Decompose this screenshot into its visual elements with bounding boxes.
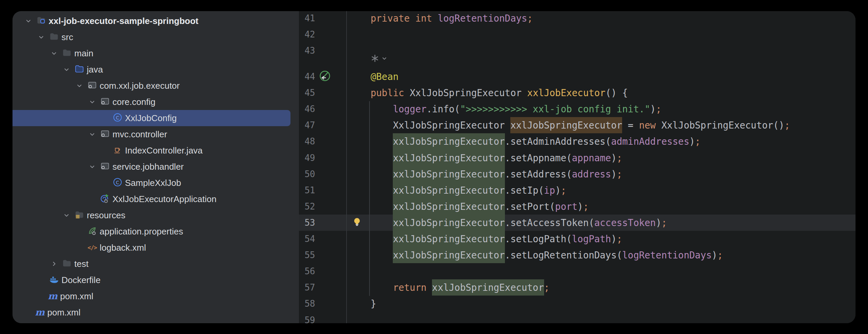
code-line-52[interactable]: xxlJobSpringExecutor.setPort(port); bbox=[348, 198, 589, 215]
line-number-59[interactable]: 59 bbox=[299, 312, 315, 323]
tree-row-java[interactable]: java bbox=[12, 61, 299, 78]
tree-row-pom-xml[interactable]: mpom.xml bbox=[12, 304, 299, 321]
chevron-down-icon[interactable] bbox=[89, 131, 96, 138]
maven-icon: m bbox=[48, 291, 58, 301]
line-number-53[interactable]: 53 bbox=[299, 215, 315, 231]
tree-row-core-config[interactable]: core.config bbox=[12, 94, 299, 110]
chevron-right-icon[interactable] bbox=[51, 260, 57, 267]
spring-bean-gutter-slot[interactable] bbox=[319, 71, 331, 83]
code-line-51[interactable]: xxlJobSpringExecutor.setIp(ip); bbox=[348, 182, 566, 198]
tree-row-label: com.xxl.job.executor bbox=[100, 78, 180, 94]
chevron-down-icon[interactable] bbox=[76, 82, 83, 89]
tree-row-label: SampleXxlJob bbox=[125, 175, 181, 191]
code-line-58[interactable]: } bbox=[348, 296, 376, 312]
line-number-52[interactable]: 52 bbox=[299, 198, 315, 215]
maven-icon-slot: m bbox=[35, 307, 45, 317]
tree-row-mvc-controller[interactable]: mvc.controller bbox=[12, 126, 299, 142]
tree-row-xxljobexecutorapplication[interactable]: XxlJobExecutorApplication bbox=[12, 191, 299, 207]
tree-row-application-properties[interactable]: application.properties bbox=[12, 223, 299, 240]
code-line-47[interactable]: XxlJobSpringExecutor xxlJobSpringExecuto… bbox=[348, 117, 790, 133]
code-line-50[interactable]: xxlJobSpringExecutor.setAddress(address)… bbox=[348, 166, 622, 182]
line-number-55[interactable]: 55 bbox=[299, 247, 315, 263]
code-editor[interactable]: 41 private int logRetentionDays;424344 @… bbox=[299, 11, 856, 323]
code-token: .setLogRetentionDays( bbox=[505, 250, 622, 260]
tree-row-src[interactable]: src bbox=[12, 29, 299, 45]
ai-assistant-inlay-icon bbox=[371, 54, 379, 64]
code-line-53[interactable]: xxlJobSpringExecutor.setAccessToken(acce… bbox=[348, 215, 667, 231]
line-number-50[interactable]: 50 bbox=[299, 166, 315, 182]
tree-row-logback-xml[interactable]: </>logback.xml bbox=[12, 240, 299, 256]
line-number-43[interactable]: 43 bbox=[299, 43, 315, 59]
code-token: @Bean bbox=[371, 71, 399, 82]
code-line-49[interactable]: xxlJobSpringExecutor.setAppname(appname)… bbox=[348, 150, 622, 166]
spring-leaf-icon-slot bbox=[87, 226, 97, 236]
tree-row-xxljobconfig[interactable]: CXxlJobConfig bbox=[12, 110, 299, 126]
lightbulb-gutter-slot[interactable] bbox=[352, 218, 362, 228]
tree-row-pom-xml[interactable]: mpom.xml bbox=[12, 288, 299, 304]
tree-row-indexcontroller-java[interactable]: IndexController.java bbox=[12, 142, 299, 159]
tree-row-label: service.jobhandler bbox=[112, 159, 184, 175]
line-number-47[interactable]: 47 bbox=[299, 117, 315, 133]
maven-icon: m bbox=[35, 307, 45, 317]
tree-row-resources[interactable]: resources bbox=[12, 207, 299, 223]
code-token: .info( bbox=[427, 104, 460, 114]
code-token: xxlJobSpringExecutor bbox=[393, 185, 505, 196]
line-number-54[interactable]: 54 bbox=[299, 231, 315, 247]
tree-row-samplexxljob[interactable]: CSampleXxlJob bbox=[12, 175, 299, 191]
project-folder-icon-slot bbox=[36, 16, 46, 26]
folder-icon-slot bbox=[49, 32, 59, 42]
line-number-42[interactable]: 42 bbox=[299, 26, 315, 43]
code-token: private bbox=[371, 13, 410, 24]
line-number-41[interactable]: 41 bbox=[299, 11, 315, 26]
chevron-down-icon[interactable] bbox=[25, 18, 32, 24]
line-number-45[interactable]: 45 bbox=[299, 85, 315, 101]
line-number-58[interactable]: 58 bbox=[299, 296, 315, 312]
code-token: int bbox=[415, 13, 432, 24]
line-number-44[interactable]: 44 bbox=[299, 68, 315, 85]
code-line-41[interactable]: private int logRetentionDays; bbox=[348, 11, 533, 26]
code-line-45[interactable]: public XxlJobSpringExecutor xxlJobExecut… bbox=[348, 85, 628, 101]
chevron-down-icon[interactable] bbox=[89, 163, 96, 170]
line-number-49[interactable]: 49 bbox=[299, 150, 315, 166]
code-line-48[interactable]: xxlJobSpringExecutor.setAdminAddresses(a… bbox=[348, 133, 700, 149]
code-token: logRetentionDays bbox=[622, 250, 712, 260]
code-line-44[interactable]: @Bean bbox=[348, 68, 399, 85]
folder-icon bbox=[62, 258, 72, 270]
folder-icon bbox=[49, 31, 59, 43]
code-line-46[interactable]: logger.info(">>>>>>>>>>> xxl-job config … bbox=[348, 101, 661, 117]
chevron-down-icon[interactable] bbox=[63, 66, 70, 73]
chevron-down-icon[interactable] bbox=[89, 99, 96, 105]
code-token: ) bbox=[712, 250, 717, 260]
code-token: ) bbox=[578, 201, 583, 212]
tree-row-label: src bbox=[61, 29, 73, 45]
tree-row-dockerfile[interactable]: Dockerfile bbox=[12, 272, 299, 288]
code-line-55[interactable]: xxlJobSpringExecutor.setLogRetentionDays… bbox=[348, 247, 723, 263]
package-icon bbox=[100, 129, 110, 140]
line-number-48[interactable]: 48 bbox=[299, 133, 315, 149]
code-token: ; bbox=[583, 201, 589, 212]
line-number-46[interactable]: 46 bbox=[299, 101, 315, 117]
line-number-51[interactable]: 51 bbox=[299, 182, 315, 198]
tree-row-com-xxl-job-executor[interactable]: com.xxl.job.executor bbox=[12, 78, 299, 94]
code-token: ; bbox=[544, 282, 550, 293]
ai-inlay-widget[interactable] bbox=[370, 54, 388, 64]
package-icon-slot bbox=[100, 97, 110, 107]
tree-row-label: pom.xml bbox=[60, 288, 93, 304]
project-tree-panel[interactable]: xxl-job-executor-sample-springbootsrcmai… bbox=[12, 11, 299, 323]
tree-row-main[interactable]: main bbox=[12, 45, 299, 61]
tree-row-xxl-job-executor-sample-springboot[interactable]: xxl-job-executor-sample-springboot bbox=[12, 13, 299, 29]
chevron-down-icon[interactable] bbox=[51, 50, 57, 57]
chevron-down-icon[interactable] bbox=[38, 34, 45, 40]
code-token: XxlJobSpringExecutor() bbox=[656, 120, 785, 131]
code-line-54[interactable]: xxlJobSpringExecutor.setLogPath(logPath)… bbox=[348, 231, 622, 247]
code-token: ; bbox=[617, 169, 622, 179]
code-token: xxlJobSpringExecutor bbox=[432, 282, 544, 293]
tree-row-test[interactable]: test bbox=[12, 256, 299, 272]
code-line-57[interactable]: return xxlJobSpringExecutor; bbox=[348, 279, 550, 296]
folder-resources-icon-slot bbox=[74, 210, 84, 220]
line-number-56[interactable]: 56 bbox=[299, 263, 315, 279]
tree-row-service-jobhandler[interactable]: service.jobhandler bbox=[12, 159, 299, 175]
line-number-57[interactable]: 57 bbox=[299, 279, 315, 296]
chevron-down-icon[interactable] bbox=[63, 212, 70, 219]
tree-row-label: logback.xml bbox=[100, 240, 146, 256]
